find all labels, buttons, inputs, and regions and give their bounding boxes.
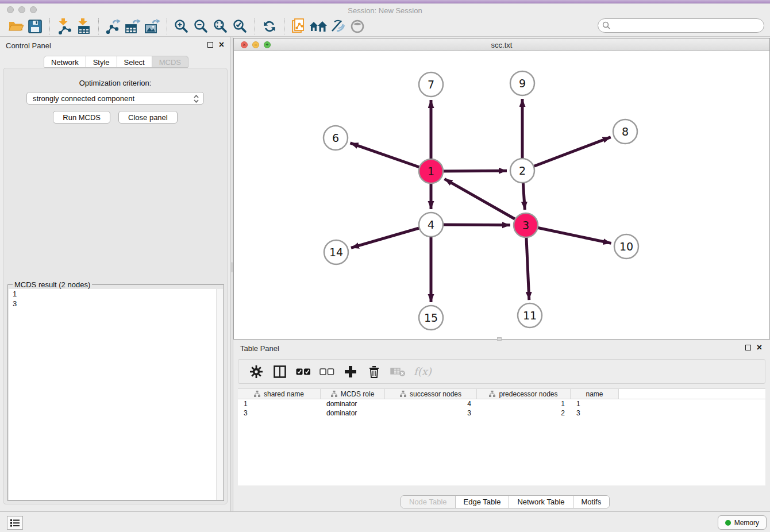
delete-columns-button[interactable] [367,364,382,379]
function-builder-button[interactable]: f(x) [414,364,432,379]
cell-MCDS-role[interactable]: dominator [321,408,385,418]
import-table-button[interactable] [74,17,94,36]
tab-edge-table[interactable]: Edge Table [455,496,509,508]
export-network-button[interactable] [103,17,123,36]
open-folder-icon [8,20,24,33]
refresh-icon [262,19,277,34]
cell-successor-nodes[interactable]: 3 [385,408,477,418]
criterion-dropdown[interactable]: strongly connected component [26,92,204,105]
node-label-4: 4 [428,218,434,231]
column-header-successor-nodes[interactable]: successor nodes [385,389,477,399]
toolbar-separator [284,18,284,34]
unchecked-boxes-icon [319,368,334,376]
cell-name[interactable]: 3 [571,408,619,418]
deselect-all-columns-button[interactable] [319,364,334,379]
column-header-label: name [586,390,603,398]
cell-predecessor-nodes[interactable]: 2 [477,408,571,418]
new-network-from-selection-button[interactable] [289,17,309,36]
cell-shared-name[interactable]: 3 [238,408,321,418]
network-resize-handle[interactable] [497,337,502,341]
network-canvas[interactable]: 1234678910111415 [234,52,769,339]
tab-network[interactable]: Network [44,56,86,68]
mcds-result-title: MCDS result (2 nodes) [13,280,92,289]
export-image-button[interactable] [143,17,162,36]
network-window-titlebar[interactable]: × − + scc.txt [234,38,769,51]
import-network-button[interactable] [55,17,74,36]
zoom-out-button[interactable] [191,17,211,36]
edge-1-6[interactable] [350,143,431,171]
birds-eye-view-button[interactable] [348,17,367,36]
apply-layout-button[interactable] [260,17,279,36]
tab-motifs[interactable]: Motifs [573,496,610,508]
select-all-columns-button[interactable] [296,364,311,379]
close-panel-icon[interactable]: × [219,41,224,48]
edge-2-8[interactable] [522,137,611,171]
hide-graphics-details-button[interactable] [328,17,348,36]
table-hscroll-area[interactable] [238,485,765,494]
mcds-result-group: MCDS result (2 nodes) 13 [7,284,224,501]
app-titlebar: Session: New Session [0,3,770,16]
edge-3-10[interactable] [526,225,611,243]
column-header-predecessor-nodes[interactable]: predecessor nodes [477,389,571,399]
cell-predecessor-nodes[interactable]: 1 [477,399,571,408]
splitter-handle[interactable] [231,262,233,272]
cell-MCDS-role[interactable]: dominator [321,399,385,408]
column-header-label: MCDS role [341,390,375,398]
task-history-button[interactable] [7,516,23,530]
column-header-MCDS-role[interactable]: MCDS role [321,389,385,399]
zoom-selected-icon [233,19,248,34]
tab-select[interactable]: Select [117,56,152,68]
column-header-shared-name[interactable]: shared name [238,389,321,399]
tab-node-table[interactable]: Node Table [401,496,455,508]
search-input[interactable] [598,18,764,33]
column-header-name[interactable]: name [571,389,619,399]
run-mcds-button[interactable]: Run MCDS [53,111,110,124]
table-row[interactable]: 3dominator323 [238,408,765,418]
app-title: Session: New Session [0,6,770,15]
zoom-out-icon [194,19,209,34]
export-table-button[interactable] [123,17,143,36]
node-label-1: 1 [428,165,434,178]
result-scrollbar[interactable] [216,289,223,500]
control-panel: Control Panel × NetworkStyleSelectMCDS O… [0,37,230,511]
node-label-6: 6 [332,132,339,144]
float-table-panel-icon[interactable] [745,345,751,350]
tab-style[interactable]: Style [86,56,117,68]
export-network-icon [105,19,121,34]
zoom-selected-button[interactable] [230,17,250,36]
cell-successor-nodes[interactable]: 4 [385,399,477,408]
zoom-in-icon [174,19,189,34]
table-options-button[interactable] [249,364,264,379]
mcds-result-text[interactable]: 13 [9,289,223,500]
mcds-panel: Optimization criterion: strongly connect… [3,68,228,504]
tab-mcds[interactable]: MCDS [152,56,188,68]
open-session-button[interactable] [6,17,25,36]
column-namespace-icon [400,391,406,397]
trash-icon [368,365,380,378]
cell-shared-name[interactable]: 1 [238,399,321,408]
delete-table-icon [390,367,405,377]
control-panel-tabs: NetworkStyleSelectMCDS [44,56,188,68]
close-table-panel-icon[interactable]: × [757,344,762,351]
memory-status-icon [725,520,731,526]
delete-table-button[interactable] [390,364,405,379]
show-columns-button[interactable] [272,364,287,379]
cell-name[interactable]: 1 [571,399,619,408]
node-table[interactable]: shared nameMCDS rolesuccessor nodesprede… [238,388,765,485]
close-panel-button[interactable]: Close panel [118,111,178,124]
save-icon [28,20,42,33]
criterion-value: strongly connected component [33,94,134,103]
table-row[interactable]: 1dominator411 [238,399,765,408]
column-header-label: predecessor nodes [499,390,557,398]
first-neighbors-button[interactable] [309,17,328,36]
tab-network-table[interactable]: Network Table [509,496,572,508]
import-table-icon [77,18,91,34]
zoom-in-button[interactable] [172,17,191,36]
add-column-button[interactable] [343,364,358,379]
edge-3-1[interactable] [444,179,526,225]
memory-button[interactable]: Memory [718,515,767,530]
fit-content-button[interactable] [211,17,230,36]
float-panel-icon[interactable] [207,42,213,48]
save-session-button[interactable] [25,17,45,36]
toolbar-separator [49,18,50,34]
